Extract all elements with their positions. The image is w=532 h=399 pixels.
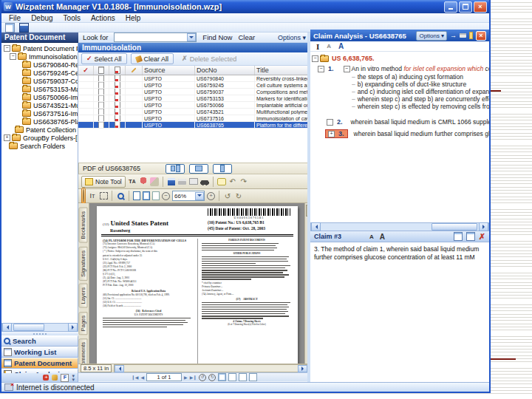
table-row[interactable]: USPTOUS6743521Multifunctional polymeric …: [78, 109, 310, 115]
table-row[interactable]: USPTOUS6750066Implantable artificial org…: [78, 102, 310, 109]
tree-item-patent-5[interactable]: US6743521-Multifunction: [1, 101, 78, 109]
pdf-scroll-right-icon[interactable]: [298, 365, 307, 372]
claim-2-row[interactable]: 2. wherein basal liquid medium is CMRL 1…: [325, 117, 489, 126]
detail-font-decrease-icon[interactable]: A: [369, 233, 374, 240]
column-title[interactable]: Title: [255, 66, 310, 75]
actual-size-icon[interactable]: [133, 191, 140, 200]
pdf-viewport[interactable]: US006638765B1 (12) United States Patent …: [89, 203, 304, 364]
detail-close-icon[interactable]: ✗: [479, 233, 485, 241]
close-button[interactable]: ×: [474, 1, 487, 13]
sidebar-item-search[interactable]: Search: [1, 335, 78, 347]
italic-format-icon[interactable]: I: [316, 42, 319, 51]
tree-item-patent-4[interactable]: US6750066-Implantable a: [1, 93, 78, 101]
pdf-tab-bookmarks[interactable]: Bookmarks: [79, 208, 88, 243]
next-page-icon[interactable]: ▶: [184, 375, 188, 380]
flag-icon[interactable]: F: [61, 374, 69, 382]
table-row[interactable]: USPTOUS6759037Compositions and methods f…: [78, 89, 310, 95]
pin-icon[interactable]: [469, 32, 473, 39]
note-tool-button[interactable]: Note Tool: [81, 176, 126, 188]
save-icon[interactable]: [19, 23, 29, 33]
claim-1-row[interactable]: − 1. − An in vitro method for islet cell…: [316, 64, 489, 73]
rotate-left-icon[interactable]: ↺: [223, 191, 232, 200]
scroll-right-icon[interactable]: [68, 323, 78, 332]
tree-item-patent-0[interactable]: US6790840-Reversibly cr: [1, 61, 78, 69]
text-select-tool-icon[interactable]: IT: [88, 191, 97, 200]
fit-width-icon[interactable]: [152, 191, 160, 200]
hand-tool-icon[interactable]: [81, 188, 86, 204]
collapse-icon[interactable]: −: [318, 66, 324, 72]
clear-all-button[interactable]: Clear All: [131, 53, 174, 64]
claims-scroll-right-icon[interactable]: [479, 222, 488, 231]
look-for-combobox[interactable]: [114, 33, 197, 42]
pdf-tab-signatures[interactable]: Signatures: [79, 247, 88, 281]
table-row[interactable]: USPTOUS6759245Cell culture systems and m…: [78, 82, 310, 89]
highlighter-tool-icon[interactable]: [150, 177, 159, 186]
comment-bubble-icon[interactable]: [217, 177, 226, 186]
fit-page-icon[interactable]: [143, 191, 150, 200]
layout-toggle-2-icon[interactable]: [189, 164, 208, 174]
wizard-icon[interactable]: [52, 375, 58, 381]
continuous-facing-view-icon[interactable]: [249, 373, 257, 381]
snapshot-tool-icon[interactable]: [99, 191, 108, 200]
tree-expand-icon[interactable]: −: [4, 45, 10, 52]
zoom-chevron-down-icon[interactable]: [195, 192, 204, 200]
email-icon[interactable]: [189, 177, 198, 186]
menu-item-help[interactable]: Help: [121, 14, 146, 22]
collapse-icon[interactable]: −: [312, 55, 318, 62]
undo-icon[interactable]: ↶: [228, 177, 237, 186]
tree-expand-icon[interactable]: +: [4, 134, 10, 141]
clear-button[interactable]: Clear: [238, 33, 255, 41]
table-row[interactable]: USPTOUS6790840Reversibly cross-linked hy…: [78, 75, 310, 82]
first-page-icon[interactable]: ❙◀: [132, 375, 139, 380]
facing-view-icon[interactable]: [239, 373, 247, 381]
export-arrow-icon[interactable]: →: [450, 33, 457, 39]
claims-folder-row[interactable]: − US 6,638,765.: [310, 54, 489, 63]
claims-horizontal-scrollbar[interactable]: [310, 222, 489, 231]
sidebar-item-working-list[interactable]: Working List: [1, 347, 78, 358]
more-buttons-icon[interactable]: ▾▾: [72, 374, 75, 381]
column-check[interactable]: ✓: [78, 66, 94, 75]
previous-page-icon[interactable]: ◀: [140, 375, 144, 380]
claims-scroll-left-icon[interactable]: [311, 222, 321, 231]
restore-button[interactable]: [459, 1, 472, 13]
tree-item-patent-1[interactable]: US6759245-Cell culture s: [1, 69, 78, 77]
column-docno[interactable]: DocNo: [195, 66, 255, 75]
table-row[interactable]: USPTOUS6638765Platform for the different…: [78, 122, 310, 129]
tree-horizontal-scrollbar[interactable]: [1, 323, 78, 332]
table-row[interactable]: USPTOUS6753153Markers for identification…: [78, 95, 310, 102]
zoom-in-icon[interactable]: +: [207, 192, 215, 200]
tree-item-groupby-folders[interactable]: +GroupBy Folders-[Immunoisolation: [1, 134, 78, 142]
tree-item-patent-2[interactable]: US6759037-Compositions: [1, 77, 78, 85]
next-view-icon[interactable]: ↻: [208, 374, 216, 381]
minimize-button[interactable]: [444, 1, 457, 13]
printer-icon[interactable]: [460, 33, 466, 38]
last-page-icon[interactable]: ▶❙: [190, 375, 197, 380]
scroll-left-icon[interactable]: [2, 323, 12, 332]
claim-3-row[interactable]: + 3. wherein basal liquid medium further…: [325, 129, 489, 138]
tree-item-patent-3[interactable]: US6753153-Markers for i: [1, 85, 78, 93]
print-file-icon[interactable]: [178, 177, 187, 186]
menu-item-actions[interactable]: Actions: [86, 14, 120, 22]
tree-item-patent-6[interactable]: US6737516-Immunoisolat: [1, 109, 78, 117]
column-document-icon[interactable]: [94, 66, 109, 75]
select-all-button[interactable]: ✓ Select All: [81, 53, 127, 64]
chevron-down-icon[interactable]: [187, 33, 196, 41]
look-for-input[interactable]: [115, 33, 187, 41]
font-decrease-icon[interactable]: A: [327, 43, 331, 50]
stamp-tool-icon[interactable]: [139, 177, 148, 186]
dock-window-icon[interactable]: [454, 232, 463, 241]
zoom-level-combobox[interactable]: 66%: [172, 191, 205, 201]
expand-icon[interactable]: +: [328, 131, 335, 137]
find-now-button[interactable]: Find Now: [202, 33, 232, 41]
print-preview-icon[interactable]: [5, 23, 15, 33]
font-increase-icon[interactable]: A: [338, 42, 344, 50]
layout-toggle-3-icon[interactable]: [213, 164, 232, 174]
pdf-scroll-left-icon[interactable]: [115, 365, 124, 372]
add-icon[interactable]: +: [43, 375, 49, 381]
redo-icon[interactable]: ↷: [239, 177, 248, 186]
scroll-thumb[interactable]: [13, 324, 44, 331]
rotate-right-icon[interactable]: ↻: [234, 191, 243, 200]
claims-scroll-thumb[interactable]: [432, 223, 477, 231]
menu-item-tools[interactable]: Tools: [59, 14, 85, 22]
pdf-horizontal-scrollbar[interactable]: [114, 364, 308, 372]
